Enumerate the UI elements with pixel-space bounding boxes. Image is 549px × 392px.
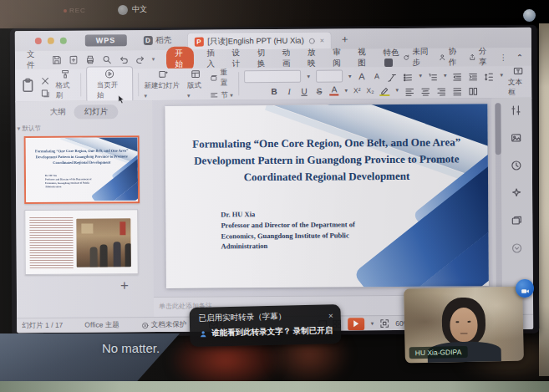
indent-increase-icon[interactable]: [468, 70, 478, 80]
collaborate-button[interactable]: 协作: [439, 46, 460, 68]
docer-tab[interactable]: D 稻壳: [143, 34, 171, 45]
more-menu-icon[interactable]: ⋮: [499, 53, 507, 62]
slideshow-play-button[interactable]: [348, 318, 365, 330]
line-spacing-icon[interactable]: [484, 70, 494, 80]
current-slide[interactable]: Formulating “One Core Region, One Belt, …: [165, 104, 489, 288]
align-justify-icon[interactable]: [452, 84, 462, 94]
italic-button[interactable]: I: [285, 86, 294, 95]
transcription-toast: 已启用实时转录（字幕） × 谁能看到此转录文字？ 录制已开启: [189, 304, 341, 347]
slide-library-icon[interactable]: [511, 215, 522, 227]
ppt-file-icon: P: [194, 37, 203, 46]
protection-status[interactable]: 文档未保护: [141, 320, 187, 330]
font-name-input[interactable]: [244, 70, 301, 83]
theme-name[interactable]: Office 主题: [84, 320, 119, 330]
image-panel-icon[interactable]: [511, 132, 522, 144]
new-slide-button[interactable]: 新建幻灯片 ▾: [144, 69, 182, 99]
align-right-icon[interactable]: [436, 85, 446, 95]
section-label[interactable]: ▾ 默认节: [18, 124, 153, 133]
export-icon[interactable]: [69, 55, 79, 65]
scrollbar-thumb[interactable]: [495, 103, 501, 155]
outline-tab[interactable]: 大纲: [50, 107, 66, 118]
underline-button[interactable]: U: [300, 86, 309, 95]
number-list-icon[interactable]: [428, 70, 438, 80]
bold-button[interactable]: B: [270, 86, 279, 95]
background-subtitle: No matter.: [102, 341, 160, 355]
textbox-button[interactable]: 文本框: [508, 66, 531, 98]
tab-view[interactable]: 视图: [356, 46, 370, 69]
wps-home-button[interactable]: WPS: [85, 34, 127, 46]
indent-decrease-icon[interactable]: [452, 70, 462, 80]
meeting-float-button[interactable]: [516, 279, 534, 298]
format-painter-button[interactable]: 格式刷: [55, 69, 75, 101]
collapse-ribbon-icon[interactable]: ⌃: [516, 52, 523, 61]
maximize-window-icon[interactable]: [60, 38, 67, 44]
reset-icon[interactable]: [210, 74, 217, 82]
paste-icon[interactable]: [20, 77, 35, 94]
new-tab-button[interactable]: +: [342, 33, 348, 45]
caption-line2[interactable]: 谁能看到此转录文字？ 录制已开启: [211, 325, 333, 339]
premium-icon: [384, 59, 393, 67]
bullet-list-icon[interactable]: [403, 70, 413, 80]
collapse-panel-icon[interactable]: [511, 242, 523, 254]
close-window-icon[interactable]: [35, 38, 42, 44]
clear-format-icon[interactable]: [387, 70, 397, 80]
language-badge: 中文: [118, 4, 147, 15]
play-from-current-button[interactable]: 当页开始: [86, 66, 134, 103]
superscript-button[interactable]: X²: [353, 86, 361, 94]
align-center-icon[interactable]: [420, 85, 430, 95]
increase-font-icon[interactable]: A: [357, 71, 366, 81]
play-options-caret[interactable]: ▾: [371, 320, 374, 327]
ribbon-toolbar: 格式刷 当页开始 新建幻灯片 ▾ 版式 ▾: [15, 66, 531, 102]
section-button[interactable]: 节 ▾: [221, 90, 232, 100]
add-slide-button[interactable]: +: [120, 277, 129, 294]
slide-thumbnail-2[interactable]: [24, 209, 139, 275]
webcam-video[interactable]: HU Xia-GDIPA: [404, 287, 524, 364]
quickbar-caret-icon[interactable]: ▾: [152, 56, 155, 63]
tab-animation[interactable]: 动画: [281, 47, 295, 70]
layout-button[interactable]: 版式 ▾: [187, 69, 206, 99]
tab-transitions[interactable]: 切换: [256, 47, 270, 70]
menu-file[interactable]: 文件: [27, 49, 40, 71]
font-size-input[interactable]: [316, 69, 343, 82]
reset-button[interactable]: 重置: [221, 68, 234, 88]
slide-thumbnail-1[interactable]: Formulating “One Core Region, One Belt, …: [24, 135, 140, 204]
subscript-button[interactable]: X₂: [367, 86, 374, 94]
tab-slideshow[interactable]: 放映: [306, 47, 320, 70]
window-controls[interactable]: [35, 38, 67, 44]
close-tab-icon[interactable]: ×: [320, 37, 324, 45]
tab-review[interactable]: 审阅: [331, 46, 345, 69]
align-left-icon[interactable]: [404, 85, 414, 95]
thumbnail2-photo: [76, 218, 130, 267]
slide-title[interactable]: Formulating “One Core Region, One Belt, …: [188, 134, 465, 186]
columns-icon[interactable]: [468, 84, 478, 94]
cut-icon[interactable]: [40, 74, 50, 84]
highlight-pen-icon[interactable]: [380, 84, 390, 96]
object-properties-icon[interactable]: [510, 104, 521, 116]
copy-icon[interactable]: [41, 86, 51, 96]
print-icon[interactable]: [85, 54, 95, 64]
slide-author-block[interactable]: Dr. HU XiaProfessor and Director of the …: [221, 208, 355, 252]
caption-person-icon: [199, 329, 207, 338]
fit-window-icon[interactable]: [379, 318, 389, 328]
save-icon[interactable]: [52, 55, 62, 65]
thumbnail2-text-block: [29, 217, 73, 269]
smart-features-icon[interactable]: [511, 187, 522, 199]
sync-status[interactable]: 未同步: [403, 47, 430, 69]
play-icon: [354, 320, 359, 327]
strikethrough-button[interactable]: S: [315, 86, 324, 95]
section-icon[interactable]: [210, 91, 218, 99]
vertical-scrollbar[interactable]: [495, 103, 502, 295]
close-caption-icon[interactable]: ×: [328, 311, 333, 320]
undo-icon[interactable]: [119, 54, 129, 64]
history-icon[interactable]: [511, 160, 522, 171]
minimize-window-icon[interactable]: [48, 38, 54, 44]
redo-icon[interactable]: [135, 54, 145, 64]
decrease-font-icon[interactable]: A: [372, 72, 381, 80]
preview-icon[interactable]: [102, 54, 112, 64]
tab-premium[interactable]: 特色: [381, 46, 403, 69]
clipboard-group: 格式刷: [15, 69, 80, 102]
share-button[interactable]: 分享: [469, 46, 490, 68]
slides-tab[interactable]: 幻灯片: [74, 104, 119, 119]
layout-icon: [191, 69, 201, 79]
font-color-button[interactable]: A: [330, 85, 339, 95]
